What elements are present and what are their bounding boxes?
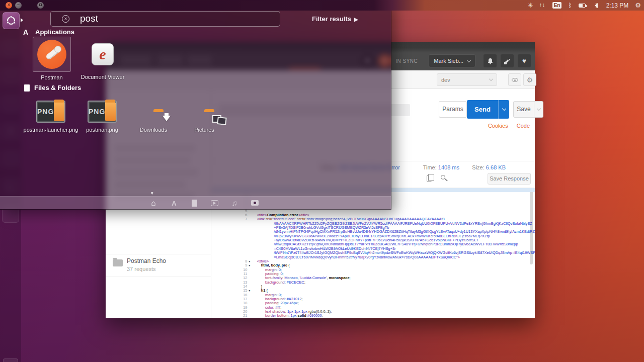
chevron-down-icon	[536, 107, 540, 111]
code-line: 13 background: #ECECEC;	[211, 276, 535, 280]
applications-section-header: Applications	[23, 28, 74, 36]
file-result-label: Pictures	[172, 127, 237, 133]
request-links-row: Cookies Code	[481, 123, 530, 129]
code-line: 12 font-family: Monaco, 'Lucida Console'…	[211, 272, 535, 276]
code-line: 15▾ h1 {	[211, 285, 535, 289]
applications-section-icon	[23, 28, 31, 36]
code-line: =LmaSDcjsC8JLT607lMVkdqQ0Vyh3lHhmh52tfNy…	[211, 251, 535, 255]
collection-request-count: 37 requests	[127, 266, 155, 272]
applications-lens[interactable]	[169, 199, 179, 208]
files-lens[interactable]	[189, 199, 199, 208]
code-line: 21 border-bottom: 1px solid #690000;	[211, 310, 535, 314]
window-minimize-button[interactable]: −	[15, 2, 22, 9]
search-clear-icon[interactable]: ×	[62, 15, 69, 23]
sound-indicator[interactable]	[592, 3, 598, 8]
code-line: /wIwCxq0CAGtXHZTzqR2jtwQiXONma6hHpj9sLT7…	[211, 238, 535, 242]
chevron-down-icon	[467, 58, 471, 62]
app-icon: e	[92, 43, 114, 65]
code-line: =C4S0MV6aWL1cGnvkxbwHtLW2B9AOkLeUd9KEDuh…	[211, 242, 535, 246]
search-input-value: post	[80, 13, 98, 24]
ubuntu-bfb-button[interactable]	[3, 12, 20, 29]
file-result[interactable]: PNG postman.png	[79, 99, 125, 125]
unity-dash: × post Filter results▶ Applications Post…	[0, 0, 391, 210]
settings-wrench-button[interactable]	[501, 54, 514, 67]
environment-select[interactable]: dev	[437, 73, 497, 86]
size-label: Size:	[472, 164, 484, 170]
copy-response-icon[interactable]	[427, 175, 432, 182]
keyboard-layout-indicator[interactable]: En	[552, 2, 562, 9]
code-line: /vHpZ3/wyKKwVGGOdAYwR0E2woezTYApBEIObyEL…	[211, 230, 535, 234]
session-indicator[interactable]: ⚙	[635, 2, 641, 9]
app-result[interactable]: e Document Viewer	[84, 37, 122, 72]
notifications-bell-button[interactable]	[484, 54, 497, 67]
code-line: 14 }	[211, 281, 535, 285]
app-result[interactable]: Postman	[33, 37, 71, 72]
window-maximize-button[interactable]	[37, 2, 44, 9]
params-button[interactable]: Params	[439, 101, 467, 118]
code-line: 16 margin: 0;	[211, 289, 535, 293]
bluetooth-indicator[interactable]: ᛒ	[568, 2, 572, 9]
png-badge: PNG	[89, 108, 105, 116]
chevron-down-icon	[502, 107, 506, 111]
launcher-running-arrow-icon	[21, 18, 25, 22]
filter-results-button[interactable]: Filter results▶	[312, 15, 387, 23]
clock-indicator[interactable]: 2:13 PM	[606, 2, 629, 9]
app-icon-glyph: e	[99, 46, 106, 62]
sync-status-label: IN SYNC	[395, 58, 418, 64]
code-line: 22 font-size: 28px;	[211, 314, 535, 318]
indicator-area: ✳Enᛒ2:13 PM⚙	[528, 0, 641, 11]
home-lens[interactable]: ⌂	[148, 199, 158, 208]
user-menu-button[interactable]: Mark Sieb...	[429, 54, 475, 67]
trash-icon[interactable]	[3, 358, 18, 362]
heart-favorites-button[interactable]: ♥	[518, 54, 531, 67]
environment-preview-eye-button[interactable]	[508, 73, 521, 86]
code-line: 8▾ <style>	[211, 255, 535, 259]
file-result[interactable]: Pictures	[182, 99, 227, 125]
software-updater-indicator[interactable]: ✳	[528, 2, 533, 9]
dash-search-input[interactable]: × post	[50, 11, 280, 27]
code-line: /dN1yvnnHtPNTPG4PqdHgCMXnPR5ZrpSuHBvUJu4…	[211, 226, 535, 230]
code-line: 9▾ html, body, pre {	[211, 259, 535, 263]
applications-section-title: Applications	[35, 28, 74, 36]
network-sync-indicator[interactable]	[540, 3, 546, 9]
window-close-button[interactable]: ×	[6, 2, 12, 9]
save-button-group[interactable]: Save	[513, 101, 543, 118]
environment-gear-button[interactable]: ⚙	[523, 73, 536, 86]
collection-name: Postman Echo	[127, 257, 166, 264]
collection-list-item[interactable]: Postman Echo 37 requests	[106, 254, 211, 277]
ubuntu-logo-icon	[6, 15, 17, 26]
send-label: Send	[467, 100, 498, 119]
file-icon: PNG	[36, 101, 65, 123]
code-link[interactable]: Code	[517, 123, 530, 129]
file-result[interactable]: PNG postman-launcher.png	[28, 99, 73, 125]
send-button[interactable]: Send	[467, 100, 509, 119]
folder-icon-shape	[54, 102, 64, 121]
size-value: 6.68 KB	[486, 164, 506, 170]
battery-indicator[interactable]	[579, 4, 586, 8]
code-line: 10 margin: 0;	[211, 263, 535, 267]
photos-lens[interactable]	[250, 199, 260, 208]
code-line: 17 background: #A31012;	[211, 293, 535, 297]
code-line: 18 padding: 20px 45px;	[211, 297, 535, 301]
app-result-label: Document Viewer	[72, 74, 133, 80]
music-lens[interactable]: ♫	[229, 199, 239, 208]
top-panel: × − ✳Enᛒ2:13 PM⚙	[0, 0, 644, 11]
code-line: 20 text-shadow: 1px 1px 1px rgba(0,0,0,.…	[211, 306, 535, 310]
user-name-label: Mark Sieb...	[434, 58, 463, 64]
send-options-dropdown[interactable]	[498, 100, 509, 119]
code-line: 19 color: #fff;	[211, 301, 535, 305]
files-section-title: Files & Folders	[34, 84, 81, 92]
cookies-link[interactable]: Cookies	[488, 123, 508, 129]
code-line: /lWfF9In7tPz6T4IIwBJOr1SJyIGQMZQbshSP9uB…	[211, 247, 535, 251]
code-line: /9hAAAACXRFWHRTb2Z0d2FyZQBBZG9iZSBJbWFnZ…	[211, 217, 535, 221]
files-section-icon	[24, 84, 30, 92]
save-response-button[interactable]: Save Response	[488, 173, 531, 185]
filter-results-label: Filter results	[312, 15, 351, 23]
save-options-dropdown[interactable]	[534, 102, 543, 117]
active-lens-caret-icon: ▾	[151, 191, 153, 196]
videos-lens[interactable]	[209, 199, 219, 208]
search-response-icon[interactable]	[441, 175, 445, 179]
chevron-down-icon	[489, 77, 493, 81]
file-result[interactable]: Downloads	[131, 99, 176, 125]
time-value: 1408 ms	[438, 164, 459, 170]
